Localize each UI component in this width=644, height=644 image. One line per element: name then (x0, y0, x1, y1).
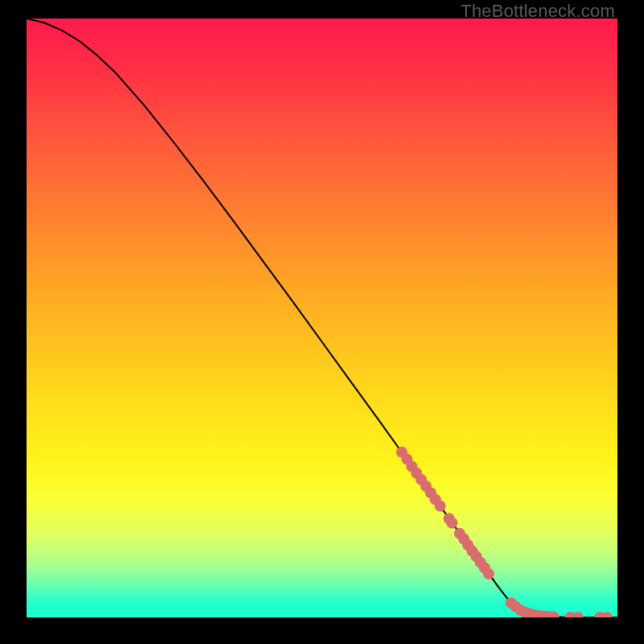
watermark-text: TheBottleneck.com (460, 1, 615, 22)
chart-plot-area (27, 19, 617, 617)
data-marker (446, 517, 457, 528)
data-marker (483, 568, 494, 580)
curve-line (27, 19, 617, 617)
chart-svg (27, 19, 617, 617)
data-marker (572, 612, 584, 617)
data-marker (601, 612, 613, 617)
data-marker (435, 501, 446, 512)
